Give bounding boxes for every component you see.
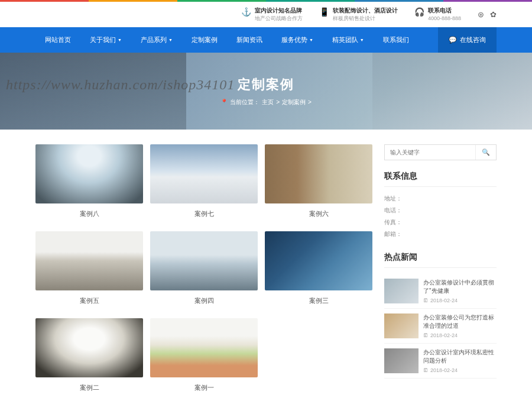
search-input[interactable] [385,145,475,160]
brand-sub: 地产公司战略合作方 [255,15,303,22]
case-card[interactable]: 案例八 [35,144,143,223]
news-item[interactable]: 办公室设计室内环境私密性问题分析 🗓2018-02-24 [384,344,497,379]
breadcrumb: 📍 当前位置： 主页 > 定制案例 > [220,98,312,106]
nav-contact[interactable]: 联系我们 [374,27,419,53]
case-image [150,318,258,377]
contact-info: 地址： 电话： 传真： 邮箱： [384,193,497,240]
case-card[interactable]: 案例七 [150,144,258,223]
news-date: 🗓2018-02-24 [423,367,497,373]
nav-about[interactable]: 关于我们▼ [80,27,131,53]
case-title: 案例五 [35,290,143,310]
phone-title: 联系电话 [428,7,461,15]
news-item[interactable]: 办公室装修设计中必须贯彻了"先健康 🗓2018-02-24 [384,274,497,309]
case-card[interactable]: 案例四 [150,231,258,310]
news-thumb [384,279,419,303]
nav-service[interactable]: 服务优势▼ [272,27,323,53]
nav-home[interactable]: 网站首页 [35,27,80,53]
chevron-down-icon: ▼ [118,38,122,42]
chevron-down-icon: ▼ [360,38,364,42]
sidebar: 🔍 联系信息 地址： 电话： 传真： 邮箱： 热点新闻 办公室装修设计中必须贯彻… [384,144,497,404]
chevron-down-icon: ▼ [168,38,173,42]
page-title: 定制案例 [238,76,294,93]
social-icons: ⊛ ✿ [478,10,497,19]
case-image [35,231,143,290]
case-card[interactable]: 案例一 [150,318,258,397]
news-date: 🗓2018-02-24 [423,298,497,303]
hot-news-list: 办公室装修设计中必须贯彻了"先健康 🗓2018-02-24 办公室装修公司为您打… [384,274,497,379]
contact-tel: 电话： [384,205,497,216]
service-info: 📱 软装配饰设计、酒店设计 样板房销售处设计 [319,7,398,22]
contact-fax: 传真： [384,216,497,228]
news-date: 🗓2018-02-24 [423,332,497,338]
case-title: 案例四 [150,290,258,310]
main-nav: 网站首页 关于我们▼ 产品系列▼ 定制案例 新闻资讯 服务优势▼ 精英团队▼ 联… [0,27,532,53]
news-title: 办公室装修设计中必须贯彻了"先健康 [423,279,497,295]
case-image [265,144,372,203]
news-thumb [384,313,419,338]
contact-title: 联系信息 [384,171,497,187]
case-title: 案例三 [265,290,372,310]
weibo-icon[interactable]: ⊛ [478,10,484,19]
search-box: 🔍 [384,144,497,160]
breadcrumb-current[interactable]: 定制案例 [282,98,306,106]
case-title: 案例二 [35,377,143,397]
nav-products[interactable]: 产品系列▼ [131,27,182,53]
search-button[interactable]: 🔍 [475,145,496,160]
online-chat-button[interactable]: 💬在线咨询 [438,27,497,53]
nav-team[interactable]: 精英团队▼ [323,27,374,53]
phone-number: 4000-888-888 [428,15,461,22]
case-card[interactable]: 案例六 [265,144,372,223]
case-image [150,231,258,290]
search-icon: 🔍 [482,148,490,156]
nav-news[interactable]: 新闻资讯 [227,27,272,53]
rainbow-top-bar [0,0,532,2]
breadcrumb-home[interactable]: 主页 [262,98,274,106]
case-image [35,144,143,203]
case-card[interactable]: 案例二 [35,318,143,397]
case-title: 案例七 [150,203,258,223]
news-title: 办公室装修公司为您打造标准合理的过道 [423,313,497,330]
anchor-icon: ⚓ [241,7,251,17]
calendar-icon: 🗓 [423,367,429,373]
watermark-text: https://www.huzhan.com/ishop34101 [0,77,235,93]
news-title: 办公室设计室内环境私密性问题分析 [423,348,497,365]
chat-icon: 💬 [449,36,457,44]
case-title: 案例六 [265,203,372,223]
case-image [150,144,258,203]
case-title: 案例八 [35,203,143,223]
nav-cases[interactable]: 定制案例 [182,27,227,53]
brand-info: ⚓ 室内设计知名品牌 地产公司战略合作方 [241,7,303,22]
chevron-down-icon: ▼ [309,38,313,42]
case-card[interactable]: 案例五 [35,231,143,310]
case-image [265,231,372,290]
phone-info: 🎧 联系电话 4000-888-888 [414,7,461,22]
service-title: 软装配饰设计、酒店设计 [333,7,398,15]
contact-address: 地址： [384,193,497,205]
mobile-icon: 📱 [319,7,329,17]
case-title: 案例一 [150,377,258,397]
service-sub: 样板房销售处设计 [333,15,398,22]
calendar-icon: 🗓 [423,298,429,303]
pin-icon: 📍 [220,99,228,105]
contact-mail: 邮箱： [384,228,497,240]
case-card[interactable]: 案例三 [265,231,372,310]
wechat-icon[interactable]: ✿ [490,10,497,19]
news-thumb [384,348,419,373]
case-list: 案例八 案例七 案例六 案例五 案例四 案例三 案例二 案例一 8 1页/共8条… [35,144,372,404]
case-image [35,318,143,377]
hot-news-title: 热点新闻 [384,252,497,268]
top-info-bar: ⚓ 室内设计知名品牌 地产公司战略合作方 📱 软装配饰设计、酒店设计 样板房销售… [35,2,497,27]
brand-title: 室内设计知名品牌 [255,7,303,15]
news-item[interactable]: 办公室装修公司为您打造标准合理的过道 🗓2018-02-24 [384,309,497,344]
headset-icon: 🎧 [414,7,424,17]
calendar-icon: 🗓 [423,332,429,338]
